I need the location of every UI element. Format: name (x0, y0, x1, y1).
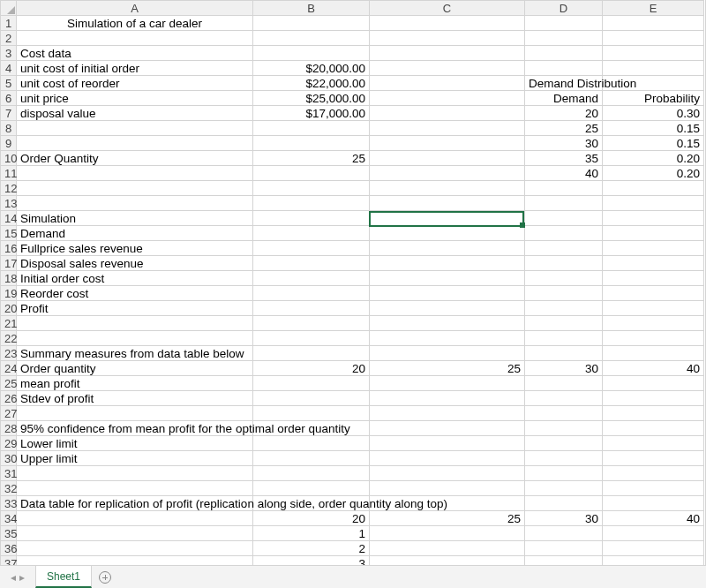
cell-C1[interactable] (370, 16, 525, 31)
cell-C27[interactable] (370, 406, 525, 421)
cell-A25[interactable]: mean profit (17, 376, 253, 391)
cell-C37[interactable] (370, 556, 525, 566)
cell-C2[interactable] (370, 31, 525, 46)
cell-D34[interactable]: 30 (525, 511, 603, 526)
select-all-corner[interactable] (1, 1, 17, 16)
cell-C3[interactable] (370, 46, 525, 61)
cell-A1[interactable]: Simulation of a car dealer (17, 16, 253, 31)
cell-C5[interactable] (370, 76, 525, 91)
cell-A34[interactable] (17, 511, 253, 526)
row-header-16[interactable]: 16 (1, 241, 17, 256)
cell-C32[interactable] (370, 481, 525, 496)
cell-E16[interactable] (603, 241, 704, 256)
cell-B4[interactable]: $20,000.00 (253, 61, 370, 76)
cell-D5[interactable]: Demand Distribution (525, 76, 603, 91)
cell-B14[interactable] (253, 211, 370, 226)
cell-D36[interactable] (525, 541, 603, 556)
cell-C36[interactable] (370, 541, 525, 556)
cell-D4[interactable] (525, 61, 603, 76)
cell-E31[interactable] (603, 466, 704, 481)
cell-D27[interactable] (525, 406, 603, 421)
col-header-B[interactable]: B (253, 1, 370, 16)
row-header-6[interactable]: 6 (1, 91, 17, 106)
cell-D8[interactable]: 25 (525, 121, 603, 136)
row-header-7[interactable]: 7 (1, 106, 17, 121)
cell-A21[interactable] (17, 316, 253, 331)
cell-A37[interactable] (17, 556, 253, 566)
cell-E22[interactable] (603, 331, 704, 346)
cell-C21[interactable] (370, 316, 525, 331)
cell-B27[interactable] (253, 406, 370, 421)
col-header-A[interactable]: A (17, 1, 253, 16)
cell-E37[interactable] (603, 556, 704, 566)
cell-D13[interactable] (525, 196, 603, 211)
row-header-22[interactable]: 22 (1, 331, 17, 346)
row-header-10[interactable]: 10 (1, 151, 17, 166)
cell-B35[interactable]: 1 (253, 526, 370, 541)
cell-A19[interactable]: Reorder cost (17, 286, 253, 301)
cell-B29[interactable] (253, 436, 370, 451)
cell-C7[interactable] (370, 106, 525, 121)
row-header-23[interactable]: 23 (1, 346, 17, 361)
row-header-13[interactable]: 13 (1, 196, 17, 211)
cell-C16[interactable] (370, 241, 525, 256)
cell-A11[interactable] (17, 166, 253, 181)
cell-E20[interactable] (603, 301, 704, 316)
cell-D1[interactable] (525, 16, 603, 31)
cell-B31[interactable] (253, 466, 370, 481)
cell-B13[interactable] (253, 196, 370, 211)
cell-B1[interactable] (253, 16, 370, 31)
row-header-4[interactable]: 4 (1, 61, 17, 76)
cell-B2[interactable] (253, 31, 370, 46)
cell-A10[interactable]: Order Quantity (17, 151, 253, 166)
cell-A20[interactable]: Profit (17, 301, 253, 316)
cell-D3[interactable] (525, 46, 603, 61)
cell-D9[interactable]: 30 (525, 136, 603, 151)
cell-E15[interactable] (603, 226, 704, 241)
col-header-E[interactable]: E (603, 1, 704, 16)
row-header-31[interactable]: 31 (1, 466, 17, 481)
cell-C4[interactable] (370, 61, 525, 76)
row-header-9[interactable]: 9 (1, 136, 17, 151)
cell-C25[interactable] (370, 376, 525, 391)
cell-D33[interactable] (525, 496, 603, 511)
cell-A6[interactable]: unit price (17, 91, 253, 106)
add-sheet-button[interactable] (92, 566, 118, 588)
cell-E26[interactable] (603, 391, 704, 406)
cell-A17[interactable]: Disposal sales revenue (17, 256, 253, 271)
cell-A16[interactable]: Fullprice sales revenue (17, 241, 253, 256)
cell-D21[interactable] (525, 316, 603, 331)
col-header-C[interactable]: C (370, 1, 525, 16)
cell-A23[interactable]: Summary measures from data table below (17, 346, 253, 361)
cell-A29[interactable]: Lower limit (17, 436, 253, 451)
cell-D31[interactable] (525, 466, 603, 481)
cell-B34[interactable]: 20 (253, 511, 370, 526)
cell-E11[interactable]: 0.20 (603, 166, 704, 181)
cell-D28[interactable] (525, 421, 603, 436)
cell-A5[interactable]: unit cost of reorder (17, 76, 253, 91)
cell-A9[interactable] (17, 136, 253, 151)
cell-A31[interactable] (17, 466, 253, 481)
cell-C10[interactable] (370, 151, 525, 166)
cell-C17[interactable] (370, 256, 525, 271)
row-header-24[interactable]: 24 (1, 361, 17, 376)
cell-A32[interactable] (17, 481, 253, 496)
cell-D35[interactable] (525, 526, 603, 541)
cell-B15[interactable] (253, 226, 370, 241)
cell-D37[interactable] (525, 556, 603, 566)
row-header-29[interactable]: 29 (1, 436, 17, 451)
cell-D29[interactable] (525, 436, 603, 451)
row-header-25[interactable]: 25 (1, 376, 17, 391)
cell-D6[interactable]: Demand (525, 91, 603, 106)
cell-A36[interactable] (17, 541, 253, 556)
cell-D30[interactable] (525, 451, 603, 466)
cell-E3[interactable] (603, 46, 704, 61)
cell-A12[interactable] (17, 181, 253, 196)
row-header-1[interactable]: 1 (1, 16, 17, 31)
cell-C28[interactable] (370, 421, 525, 436)
cell-E33[interactable] (603, 496, 704, 511)
cell-E30[interactable] (603, 451, 704, 466)
cell-D7[interactable]: 20 (525, 106, 603, 121)
cell-C18[interactable] (370, 271, 525, 286)
cell-D17[interactable] (525, 256, 603, 271)
